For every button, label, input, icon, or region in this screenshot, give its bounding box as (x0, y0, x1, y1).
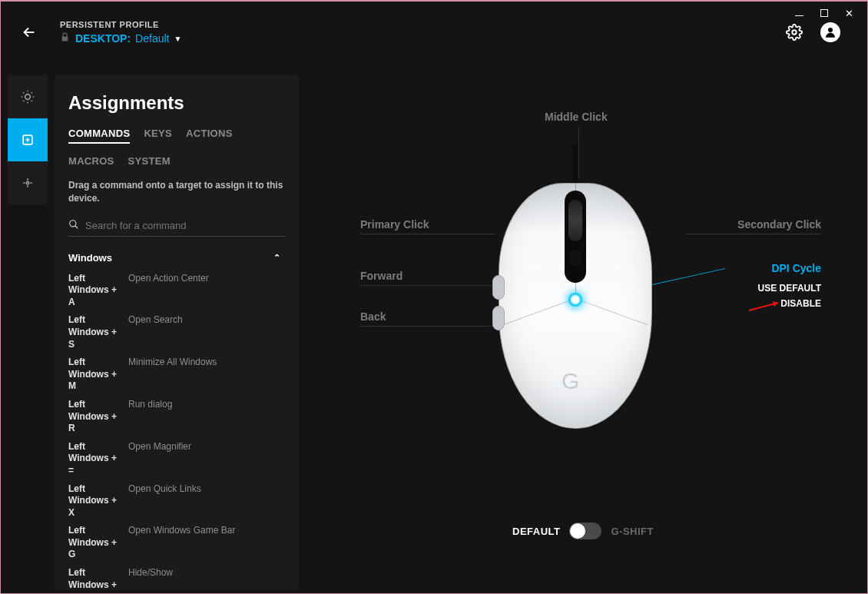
mode-switch[interactable] (569, 523, 601, 539)
label-secondary-click[interactable]: Secondary Click (686, 218, 821, 234)
assignments-panel: Assignments COMMANDS KEYS ACTIONS MACROS… (55, 75, 299, 590)
persistent-profile-label: PERSISTENT PROFILE (60, 20, 181, 29)
mode-toggle: DEFAULT G-SHIFT (512, 523, 654, 539)
label-forward[interactable]: Forward (360, 270, 491, 286)
search-icon (68, 219, 79, 233)
tab-keys[interactable]: KEYS (144, 128, 172, 144)
topbar: PERSISTENT PROFILE DESKTOP: Default ▼ (1, 9, 867, 55)
command-row[interactable]: Left Windows + GOpen Windows Game Bar (68, 522, 280, 564)
annotation-arrow-icon (747, 300, 783, 312)
profile-selector[interactable]: PERSISTENT PROFILE DESKTOP: Default ▼ (60, 20, 181, 45)
panel-title: Assignments (68, 92, 285, 114)
assign-target-right[interactable] (611, 260, 621, 270)
command-shortcut: Left Windows + R (68, 399, 122, 435)
command-shortcut: Left Windows + G (68, 525, 122, 561)
nav-lighting-icon[interactable] (8, 75, 48, 118)
svg-point-2 (25, 95, 31, 100)
command-row[interactable]: Left Windows + RRun dialog (68, 396, 280, 438)
svg-point-0 (792, 30, 797, 35)
nav-assignments-icon[interactable] (8, 118, 48, 161)
device-view: Middle Click Primary Click Secondary Cli… (299, 75, 867, 593)
side-button-forward[interactable] (492, 275, 505, 300)
command-description: Open Action Center (128, 273, 280, 309)
command-description: Open Quick Links (128, 483, 280, 519)
mouse-cable (572, 144, 578, 184)
search-input[interactable] (79, 220, 285, 231)
mouse-illustration: G (499, 183, 652, 429)
gear-icon[interactable] (785, 23, 803, 41)
group-windows[interactable]: Windows ⌃ (68, 246, 280, 270)
tab-actions[interactable]: ACTIONS (186, 128, 233, 144)
command-shortcut: Left Windows + (68, 567, 122, 590)
profile-name: Default (135, 32, 169, 45)
tab-macros[interactable]: MACROS (68, 155, 114, 170)
command-description: Run dialog (128, 399, 280, 435)
lock-icon (60, 32, 71, 45)
command-shortcut: Left Windows + S (68, 314, 122, 350)
command-shortcut: Left Windows + A (68, 273, 122, 309)
command-list[interactable]: Windows ⌃ Left Windows + AOpen Action Ce… (68, 246, 285, 590)
nav-sensitivity-icon[interactable] (8, 161, 48, 204)
search-row (68, 216, 285, 237)
category-tabs: COMMANDS KEYS ACTIONS MACROS SYSTEM (68, 128, 285, 170)
chevron-down-icon[interactable]: ▼ (174, 35, 181, 43)
glow-ring (568, 292, 583, 307)
command-row[interactable]: Left Windows + XOpen Quick Links (68, 480, 280, 523)
svg-point-4 (26, 181, 28, 184)
tab-commands[interactable]: COMMANDS (68, 128, 130, 144)
command-description: Open Search (128, 314, 280, 350)
svg-point-1 (828, 28, 833, 32)
command-row[interactable]: Left Windows + MMinimize All Windows (68, 353, 280, 396)
command-description: Minimize All Windows (128, 357, 280, 393)
command-shortcut: Left Windows + M (68, 357, 122, 393)
svg-point-5 (70, 220, 76, 226)
tab-system[interactable]: SYSTEM (128, 155, 171, 170)
dpi-button[interactable] (569, 251, 581, 266)
label-primary-click[interactable]: Primary Click (360, 218, 495, 234)
profile-prefix: DESKTOP: (75, 32, 131, 45)
mode-gshift-label[interactable]: G-SHIFT (611, 526, 654, 537)
command-description: Open Windows Game Bar (128, 525, 280, 561)
command-row[interactable]: Left Windows +Hide/Show (68, 564, 280, 590)
context-use-default[interactable]: USE DEFAULT (758, 283, 821, 294)
label-back[interactable]: Back (360, 310, 491, 327)
side-button-back[interactable] (492, 306, 505, 330)
command-shortcut: Left Windows + = (68, 441, 122, 477)
command-row[interactable]: Left Windows + SOpen Search (68, 311, 280, 353)
command-row[interactable]: Left Windows + =Open Magnifier (68, 438, 280, 480)
command-description: Hide/Show (128, 567, 280, 590)
assign-target-left[interactable] (529, 260, 540, 270)
nav-rail (8, 75, 48, 204)
account-avatar-icon[interactable] (820, 22, 840, 42)
back-arrow-icon[interactable] (20, 23, 38, 41)
scroll-wheel[interactable] (568, 200, 582, 241)
command-description: Open Magnifier (128, 441, 280, 477)
chevron-up-icon: ⌃ (273, 253, 280, 263)
context-disable[interactable]: DISABLE (780, 298, 821, 309)
logo-g-icon: G (562, 368, 579, 394)
command-row[interactable]: Left Windows + AOpen Action Center (68, 270, 280, 312)
label-middle-click[interactable]: Middle Click (545, 111, 608, 123)
command-shortcut: Left Windows + X (68, 483, 122, 519)
group-title: Windows (68, 252, 112, 264)
drag-hint: Drag a command onto a target to assign i… (68, 179, 285, 205)
mode-default-label[interactable]: DEFAULT (512, 526, 560, 537)
